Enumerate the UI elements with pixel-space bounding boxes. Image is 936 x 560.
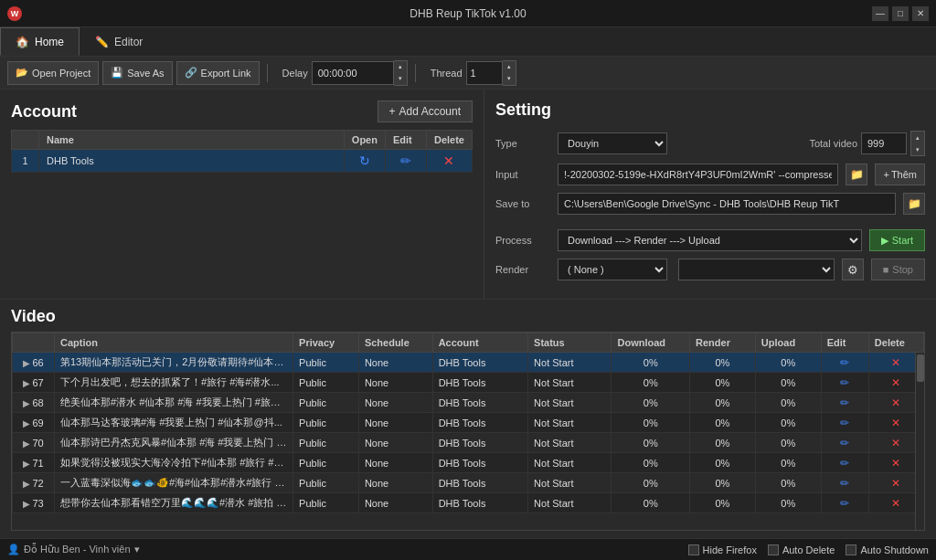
total-video-up-button[interactable]: ▴	[911, 132, 924, 143]
auto-shutdown-checkbox[interactable]: Auto Shutdown	[846, 544, 929, 555]
vid-schedule: None	[358, 413, 432, 433]
render-select-2[interactable]	[678, 259, 835, 280]
delay-down-button[interactable]: ▾	[394, 73, 407, 85]
vid-schedule: None	[358, 393, 432, 413]
them-button[interactable]: + Thêm	[875, 164, 925, 185]
edit-video-button[interactable]: ✏	[840, 437, 849, 449]
vid-download: 0%	[612, 353, 690, 373]
video-table-row: ▶67 下个月出发吧，想去的抓紧了！#旅行 #海#潜水... Public No…	[13, 373, 924, 393]
editor-icon: ✏️	[95, 36, 109, 48]
add-account-button[interactable]: + Add Account	[378, 100, 473, 122]
delete-video-button[interactable]: ✕	[891, 356, 900, 369]
thread-down-button[interactable]: ▾	[503, 73, 516, 85]
window-controls: — □ ✕	[872, 6, 929, 21]
vid-caption: 一入蓝毒深似海🐟🐟🐠#海#仙本那#潜水#旅行 @抖...	[55, 473, 293, 493]
vid-render: 0%	[690, 373, 756, 393]
delete-account-button[interactable]: ✕	[443, 153, 454, 168]
setting-type-row: Type Douyin TikTok Total video ▴ ▾	[495, 131, 925, 156]
delete-video-button[interactable]: ✕	[891, 457, 900, 470]
vid-edit-cell: ✏	[821, 453, 868, 473]
setting-input-row: Input 📁 + Thêm	[495, 164, 925, 185]
edit-video-button[interactable]: ✏	[840, 396, 849, 409]
vid-num: ▶66	[13, 353, 55, 373]
open-account-button[interactable]: ↻	[359, 153, 370, 168]
scrollbar-vertical[interactable]	[915, 353, 924, 530]
maximize-button[interactable]: □	[892, 6, 909, 21]
edit-video-button[interactable]: ✏	[840, 497, 849, 510]
vid-upload: 0%	[755, 353, 821, 373]
video-table-row: ▶70 仙本那诗巴丹杰克风暴#仙本那 #海 #我要上热门 #... Public…	[13, 433, 924, 453]
auto-delete-cb[interactable]	[768, 544, 779, 555]
col-header-vid-num	[13, 333, 55, 353]
thread-input[interactable]	[466, 61, 503, 85]
minimize-button[interactable]: —	[872, 6, 888, 21]
vid-caption: 想带你去仙本那看错空万里🌊🌊🌊#潜水 #旅拍 #仙...	[55, 493, 293, 513]
type-select[interactable]: Douyin TikTok	[558, 132, 667, 154]
thread-up-button[interactable]: ▴	[503, 61, 516, 73]
delete-video-button[interactable]: ✕	[891, 497, 900, 510]
total-video-down-button[interactable]: ▾	[911, 143, 924, 155]
delete-video-button[interactable]: ✕	[891, 477, 900, 490]
vid-account: DHB Tools	[432, 433, 527, 453]
user-icon: 👤	[7, 544, 20, 555]
render-gear-button[interactable]: ⚙	[842, 259, 864, 280]
auto-delete-checkbox[interactable]: Auto Delete	[768, 544, 835, 555]
edit-video-button[interactable]: ✏	[840, 376, 849, 389]
account-num: 1	[12, 150, 39, 173]
plus-icon: +	[389, 105, 396, 118]
save-to-field[interactable]	[558, 193, 896, 215]
delay-up-button[interactable]: ▴	[394, 61, 407, 73]
toolbar-separator	[267, 64, 268, 82]
status-bar: 👤 Đỗ Hữu Ben - Vinh viên ▾ Hide Firefox …	[0, 538, 936, 560]
vid-num: ▶73	[13, 493, 55, 513]
home-icon: 🏠	[16, 36, 29, 48]
edit-account-button[interactable]: ✏	[400, 153, 411, 168]
type-label: Type	[495, 138, 550, 149]
auto-shutdown-cb[interactable]	[846, 544, 856, 555]
vid-caption: 绝美仙本那#潜水 #仙本那 #海 #我要上热门 #旅行...	[55, 393, 293, 413]
vid-privacy: Public	[293, 353, 359, 373]
delete-video-button[interactable]: ✕	[891, 417, 900, 429]
vid-render: 0%	[690, 433, 756, 453]
hide-firefox-checkbox[interactable]: Hide Firefox	[688, 544, 757, 555]
save-to-browse-button[interactable]: 📁	[903, 193, 925, 215]
render-select[interactable]: ( None )	[558, 259, 667, 280]
open-project-button[interactable]: 📂 Open Project	[7, 61, 99, 85]
setting-panel: Setting Type Douyin TikTok Total video ▴…	[484, 90, 936, 299]
delete-video-button[interactable]: ✕	[891, 376, 900, 389]
save-as-button[interactable]: 💾 Save As	[102, 61, 172, 85]
status-left: 👤 Đỗ Hữu Ben - Vinh viên ▾	[7, 544, 140, 555]
process-select[interactable]: Download ---> Render ---> Upload Downloa…	[558, 229, 862, 251]
input-field[interactable]	[558, 164, 838, 185]
tab-home[interactable]: 🏠 Home	[0, 27, 80, 56]
col-header-upload: Upload	[755, 333, 821, 353]
vid-account: DHB Tools	[432, 493, 527, 513]
input-browse-button[interactable]: 📁	[846, 164, 867, 185]
account-name: DHB Tools	[39, 150, 345, 173]
save-as-label: Save As	[127, 68, 164, 79]
status-right: Hide Firefox Auto Delete Auto Shutdown	[688, 544, 929, 555]
delete-video-button[interactable]: ✕	[891, 437, 900, 449]
edit-video-button[interactable]: ✏	[840, 477, 849, 490]
total-video-group: Total video ▴ ▾	[809, 131, 925, 156]
export-link-button[interactable]: 🔗 Export Link	[176, 61, 260, 85]
delete-video-button[interactable]: ✕	[891, 396, 900, 409]
total-video-input[interactable]	[861, 132, 907, 154]
vid-status: Not Start	[528, 413, 612, 433]
edit-video-button[interactable]: ✏	[840, 457, 849, 470]
delay-label: Delay	[282, 68, 308, 79]
add-account-label: Add Account	[399, 105, 461, 118]
hide-firefox-cb[interactable]	[688, 544, 699, 555]
vid-privacy: Public	[293, 453, 359, 473]
stop-button[interactable]: ■ Stop	[871, 259, 925, 280]
edit-video-button[interactable]: ✏	[840, 356, 849, 369]
tab-editor[interactable]: ✏️ Editor	[80, 27, 158, 56]
col-header-download: Download	[612, 333, 690, 353]
delay-input[interactable]	[312, 61, 394, 85]
play-icon: ▶	[881, 235, 888, 247]
close-button[interactable]: ✕	[912, 6, 929, 21]
vid-download: 0%	[612, 393, 690, 413]
edit-video-button[interactable]: ✏	[840, 417, 849, 429]
start-button[interactable]: ▶ Start	[869, 229, 925, 251]
vid-caption: 仙本那马达客玻璃#海 #我要上热门 #仙本那@抖...	[55, 413, 293, 433]
